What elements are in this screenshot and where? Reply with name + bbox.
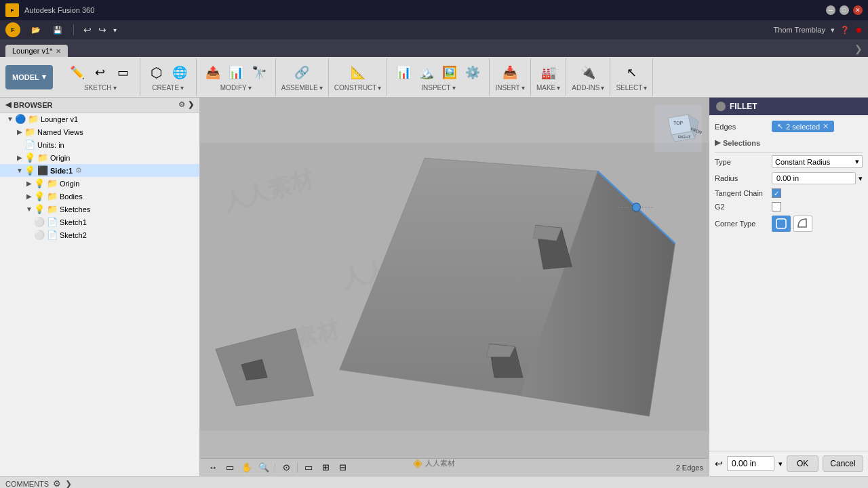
cancel-button[interactable]: Cancel: [823, 455, 863, 472]
vp-btn-1[interactable]: ↔: [205, 461, 220, 474]
side1-expand-icon[interactable]: ▼: [15, 167, 24, 174]
side1-origin-expand[interactable]: ▶: [24, 180, 34, 187]
file-menu[interactable]: 📂: [27, 24, 45, 36]
modify-arrow[interactable]: ▾: [248, 84, 252, 92]
undo-btn[interactable]: ↩: [81, 23, 94, 37]
insert-arrow[interactable]: ▾: [521, 84, 525, 92]
tangent-chain-checkbox[interactable]: ✓: [772, 188, 781, 198]
minimize-btn[interactable]: ─: [826, 5, 835, 15]
redo-arrow[interactable]: ▾: [111, 23, 119, 37]
main-tab[interactable]: Lounger v1* ✕: [5, 45, 68, 57]
select-btn[interactable]: ↖: [620, 62, 642, 83]
tree-item-sketch2[interactable]: ⚪ 📄 Sketch2: [0, 228, 199, 241]
vp-btn-4[interactable]: 🔍: [256, 461, 271, 474]
side1-settings-icon[interactable]: ⚙: [75, 166, 82, 175]
tree-item-origin[interactable]: ▶ 💡 📁 Origin: [0, 151, 199, 164]
edges-selected-badge[interactable]: ↖ 2 selected ✕: [772, 121, 834, 132]
vp-btn-2[interactable]: ▭: [222, 461, 237, 474]
assemble-arrow[interactable]: ▾: [319, 84, 323, 92]
sketches-expand[interactable]: ▼: [24, 205, 34, 213]
vp-btn-7[interactable]: ⊞: [318, 461, 333, 474]
addins-btn[interactable]: 🔌: [577, 62, 599, 83]
inspect-arrow[interactable]: ▾: [452, 84, 456, 92]
sketch-arrow[interactable]: ▾: [113, 84, 117, 92]
corner-type-btn-2[interactable]: [793, 216, 812, 232]
comments-expand[interactable]: ❯: [65, 479, 72, 489]
radius-input[interactable]: [772, 172, 856, 184]
g2-checkbox[interactable]: [772, 202, 781, 211]
collapse-right[interactable]: ❯: [854, 43, 863, 57]
close-btn[interactable]: ✕: [853, 5, 863, 15]
toolbar-group-sketch: ✏️ ↩ ▭ SKETCH ▾: [61, 58, 140, 96]
construct-arrow[interactable]: ▾: [378, 84, 381, 92]
toolbar-group-assemble: 🔗 ASSEMBLE ▾: [276, 58, 329, 96]
select-arrow[interactable]: ▾: [644, 84, 647, 92]
save-btn[interactable]: 💾: [49, 24, 66, 36]
tree-item-side1[interactable]: ▼ 💡 ⬛ Side:1 ⚙: [0, 164, 199, 177]
addins-arrow[interactable]: ▾: [601, 84, 604, 92]
tree-item-sketch1[interactable]: ⚪ 📄 Sketch1: [0, 216, 199, 228]
comments-settings[interactable]: ⚙: [53, 479, 61, 488]
modify-btn-1[interactable]: 📤: [202, 62, 224, 83]
record-btn[interactable]: ⏺: [855, 26, 863, 34]
browser-settings[interactable]: ⚙: [178, 100, 185, 109]
construct-btn[interactable]: 📐: [347, 62, 369, 83]
vp-btn-6[interactable]: ▭: [301, 461, 316, 474]
viewport[interactable]: 人人素材 人人素材 人人素材 人人素材 人人素材 人人素材: [200, 98, 709, 476]
lounger-expand-icon[interactable]: ▼: [5, 115, 15, 123]
sketch-2-btn[interactable]: ↩: [90, 62, 111, 83]
toolbar-group-select: ↖ SELECT ▾: [610, 58, 653, 96]
edges-count: 2 selected: [786, 123, 820, 131]
tree-item-lounger[interactable]: ▼ 🔵 📁 Lounger v1: [0, 113, 199, 125]
inspect-btn-2[interactable]: 🏔️: [416, 62, 437, 83]
fillet-tangent-row: Tangent Chain ✓: [715, 188, 863, 198]
maximize-btn[interactable]: □: [840, 5, 849, 15]
create-btn-2[interactable]: 🌐: [169, 62, 191, 83]
tab-close[interactable]: ✕: [56, 47, 61, 55]
sketch-3-btn[interactable]: ▭: [113, 62, 134, 83]
mode-chevron: ▾: [42, 73, 46, 81]
browser-collapse-right[interactable]: ❯: [188, 100, 194, 109]
named-views-expand-icon[interactable]: ▶: [15, 128, 24, 136]
modify-btn-3[interactable]: 🔭: [248, 62, 270, 83]
tree-item-bodies[interactable]: ▶ 💡 📁 Bodies: [0, 190, 199, 203]
browser-collapse-left[interactable]: ◀: [5, 100, 11, 109]
create-arrow[interactable]: ▾: [180, 84, 184, 92]
inspect-btn-1[interactable]: 📊: [393, 62, 414, 83]
bodies-expand[interactable]: ▶: [24, 192, 34, 200]
vp-btn-3[interactable]: ✋: [239, 461, 254, 474]
redo-btn[interactable]: ↪: [96, 23, 109, 37]
origin-folder-icon: 📁: [37, 152, 48, 163]
inspect-btn-4[interactable]: ⚙️: [462, 62, 484, 83]
selections-arrow-icon: ▶: [715, 138, 720, 147]
assemble-btn[interactable]: 🔗: [291, 62, 313, 83]
insert-btn[interactable]: 📥: [499, 62, 521, 83]
fillet-selections-toggle[interactable]: ▶ Selections: [715, 136, 863, 149]
user-chevron[interactable]: ▾: [831, 26, 835, 35]
modify-btn-2[interactable]: 📊: [225, 62, 247, 83]
origin-expand-icon[interactable]: ▶: [15, 154, 24, 161]
mode-selector[interactable]: MODEL ▾: [5, 65, 53, 89]
fillet-footer-input[interactable]: [727, 456, 774, 471]
tree-item-units[interactable]: 📄 Units: in: [0, 138, 199, 151]
make-btn[interactable]: 🏭: [538, 62, 559, 83]
footer-units-arrow[interactable]: ▾: [778, 460, 783, 468]
help-btn[interactable]: ❓: [840, 26, 850, 35]
tree-item-side1-origin[interactable]: ▶ 💡 📁 Origin: [0, 177, 199, 190]
edges-clear-btn[interactable]: ✕: [823, 122, 829, 131]
tree-item-sketches[interactable]: ▼ 💡 📁 Sketches: [0, 203, 199, 216]
create-btn-1[interactable]: ⬡: [146, 62, 167, 83]
make-arrow[interactable]: ▾: [557, 84, 560, 92]
ok-button[interactable]: OK: [787, 455, 818, 472]
side1-box-icon: ⬛: [37, 165, 48, 176]
vp-btn-5[interactable]: ⊙: [279, 461, 294, 474]
radius-dropdown-arrow[interactable]: ▾: [859, 174, 863, 183]
sketch-btn[interactable]: ✏️: [66, 62, 88, 83]
inspect-btn-3[interactable]: 🖼️: [439, 62, 460, 83]
type-label: Type: [715, 158, 769, 166]
tree-item-named-views[interactable]: ▶ 📁 Named Views: [0, 125, 199, 138]
vp-btn-8[interactable]: ⊟: [335, 461, 350, 474]
corner-type-btn-1[interactable]: [772, 216, 791, 232]
type-select[interactable]: Constant Radius ▾: [772, 155, 863, 168]
fillet-corner-type-row: Corner Type: [715, 216, 863, 232]
